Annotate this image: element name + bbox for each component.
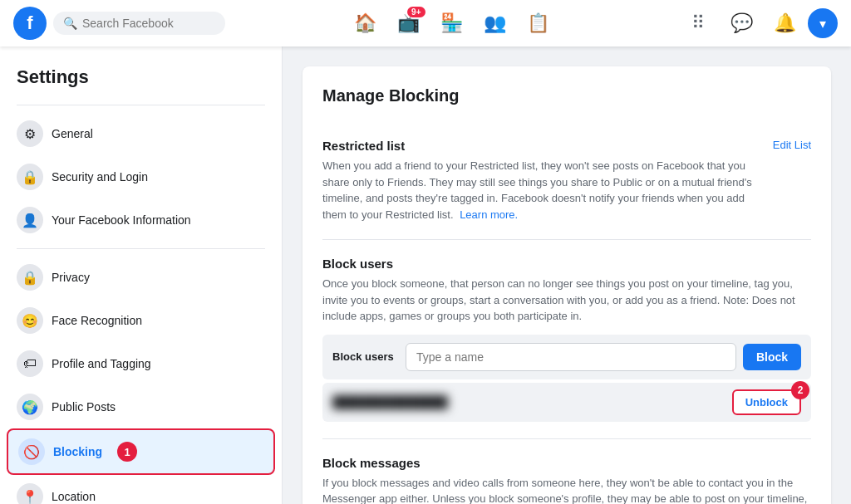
block-users-section: Block users Once you block someone, that… xyxy=(322,240,811,439)
home-nav-button[interactable]: 🏠 xyxy=(346,3,386,43)
chevron-down-icon: ▾ xyxy=(819,16,826,32)
page-title: Manage Blocking xyxy=(322,86,811,105)
block-users-input-label: Block users xyxy=(332,350,399,363)
nav-right: ⠿ 💬 🔔 ▾ xyxy=(678,3,838,43)
gaming-icon: 📋 xyxy=(527,12,549,34)
sidebar-label-location: Location xyxy=(52,490,96,503)
restricted-list-header: Restricted list xyxy=(322,139,760,153)
sidebar-label-general: General xyxy=(52,127,93,140)
watch-nav-button[interactable]: 📺 9+ xyxy=(389,3,429,43)
location-icon: 📍 xyxy=(17,483,43,504)
content-card: Manage Blocking Restricted list When you… xyxy=(303,66,831,504)
restricted-list-desc: When you add a friend to your Restricted… xyxy=(322,158,760,223)
sidebar-label-face-recognition: Face Recognition xyxy=(52,314,142,327)
groups-nav-button[interactable]: 👥 xyxy=(475,3,515,43)
search-box[interactable]: 🔍 xyxy=(53,12,225,35)
blocked-user-row: ██████████████ Unblock 2 xyxy=(322,383,811,422)
sidebar-label-blocking: Blocking xyxy=(53,445,102,458)
account-menu-button[interactable]: ▾ xyxy=(808,8,838,38)
restricted-list-section: Restricted list When you add a friend to… xyxy=(322,122,811,240)
restricted-list-left: Restricted list When you add a friend to… xyxy=(322,139,760,223)
sidebar-item-face-recognition[interactable]: 😊 Face Recognition xyxy=(7,299,275,342)
sidebar-item-blocking[interactable]: 🚫 Blocking 1 xyxy=(7,428,275,475)
bell-icon: 🔔 xyxy=(774,12,796,34)
block-users-input-row: Block users Block xyxy=(322,335,811,379)
blocked-user-name: ██████████████ xyxy=(332,395,732,409)
sidebar-item-general[interactable]: ⚙ General xyxy=(7,112,275,155)
block-button[interactable]: Block xyxy=(743,344,801,370)
sidebar-item-public-posts[interactable]: 🌍 Public Posts xyxy=(7,385,275,428)
page-layout: Settings ⚙ General 🔒 Security and Login … xyxy=(0,46,851,504)
block-messages-desc: If you block messages and video calls fr… xyxy=(322,475,811,505)
blocking-icon: 🚫 xyxy=(18,438,45,465)
sidebar-item-facebook-info[interactable]: 👤 Your Facebook Information xyxy=(7,198,275,242)
nav-center: 🏠 📺 9+ 🏪 👥 📋 xyxy=(225,3,678,43)
restricted-list-top: Restricted list When you add a friend to… xyxy=(322,139,811,223)
facebook-logo[interactable]: f xyxy=(13,7,47,40)
profile-tagging-icon: 🏷 xyxy=(17,350,43,377)
settings-sidebar: Settings ⚙ General 🔒 Security and Login … xyxy=(0,46,283,504)
watch-badge: 9+ xyxy=(407,7,425,17)
messenger-icon: 💬 xyxy=(730,12,753,34)
block-messages-section: Block messages If you block messages and… xyxy=(322,439,811,505)
home-icon: 🏠 xyxy=(354,12,376,34)
sidebar-item-privacy[interactable]: 🔒 Privacy xyxy=(7,256,275,299)
block-users-input[interactable] xyxy=(406,343,736,371)
edit-list-link[interactable]: Edit List xyxy=(773,139,811,151)
sidebar-label-privacy: Privacy xyxy=(52,271,90,284)
sidebar-label-security: Security and Login xyxy=(52,170,148,183)
marketplace-icon: 🏪 xyxy=(440,12,463,34)
search-input[interactable] xyxy=(82,17,215,30)
search-icon: 🔍 xyxy=(63,17,77,30)
notifications-button[interactable]: 🔔 xyxy=(765,3,804,43)
gaming-nav-button[interactable]: 📋 xyxy=(519,3,558,43)
block-users-desc: Once you block someone, that person can … xyxy=(322,276,811,325)
sidebar-title: Settings xyxy=(7,60,275,98)
sidebar-divider-2 xyxy=(17,248,265,249)
face-recognition-icon: 😊 xyxy=(17,307,43,334)
sidebar-label-facebook-info: Your Facebook Information xyxy=(52,213,191,227)
unblock-wrapper: Unblock 2 xyxy=(732,389,801,415)
main-content: Manage Blocking Restricted list When you… xyxy=(283,46,851,504)
sidebar-item-profile-tagging[interactable]: 🏷 Profile and Tagging xyxy=(7,342,275,385)
marketplace-nav-button[interactable]: 🏪 xyxy=(432,3,472,43)
sidebar-item-blocking-wrapper: 🚫 Blocking 1 xyxy=(7,428,275,475)
messenger-button[interactable]: 💬 xyxy=(721,3,761,43)
facebook-info-icon: 👤 xyxy=(17,207,43,233)
sidebar-label-public-posts: Public Posts xyxy=(52,400,116,413)
apps-button[interactable]: ⠿ xyxy=(678,3,718,43)
step-badge-1: 1 xyxy=(117,442,137,462)
step-badge-2: 2 xyxy=(791,381,809,399)
general-icon: ⚙ xyxy=(17,120,43,147)
block-users-header: Block users xyxy=(322,257,811,271)
top-navigation: f 🔍 🏠 📺 9+ 🏪 👥 📋 ⠿ 💬 🔔 xyxy=(0,0,851,46)
apps-icon: ⠿ xyxy=(691,12,705,34)
sidebar-item-location[interactable]: 📍 Location xyxy=(7,475,275,504)
sidebar-item-security[interactable]: 🔒 Security and Login xyxy=(7,155,275,198)
block-messages-header: Block messages xyxy=(322,456,811,470)
sidebar-label-profile-tagging: Profile and Tagging xyxy=(52,357,151,370)
groups-icon: 👥 xyxy=(484,12,506,34)
privacy-icon: 🔒 xyxy=(17,264,43,291)
security-icon: 🔒 xyxy=(17,164,43,190)
learn-more-restricted-link[interactable]: Learn more. xyxy=(460,208,518,221)
public-posts-icon: 🌍 xyxy=(17,394,43,420)
nav-left: f 🔍 xyxy=(13,7,225,40)
sidebar-divider xyxy=(17,105,265,105)
